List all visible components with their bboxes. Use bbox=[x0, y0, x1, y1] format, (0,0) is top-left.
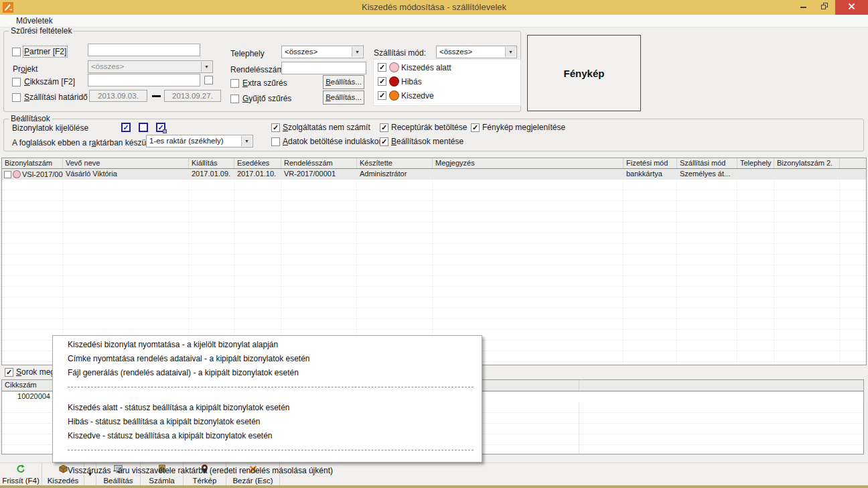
cikkszam-extra-checkbox[interactable] bbox=[204, 76, 213, 84]
column-header-telephely[interactable]: Telephely bbox=[737, 158, 774, 168]
select-all-checkbox-icon[interactable]: ✓ bbox=[121, 123, 131, 132]
status-kiszedve-color-dot bbox=[389, 90, 399, 101]
extra-beallitas-button[interactable]: Beállítás... bbox=[323, 75, 364, 89]
szallitasi-mod-value: <összes> bbox=[439, 48, 472, 56]
cikkszam-label[interactable]: Cikkszám [F2] bbox=[24, 77, 75, 86]
hatarido-from-input[interactable]: 2013.09.03. bbox=[89, 90, 147, 102]
row-cell-telephely bbox=[737, 169, 774, 180]
context-menu: Kiszedési bizonylat nyomtatása - a kijel… bbox=[52, 335, 482, 463]
cikkszam-input[interactable] bbox=[88, 74, 200, 86]
menu-item-cimke-nyomtatas[interactable]: Címke nyomtatása rendelés adataival - a … bbox=[53, 352, 482, 366]
raktar-select[interactable]: 1-es raktár (székhely) ▼ bbox=[146, 135, 253, 147]
documents-table-header: Bizonylatszám Vevő neve Kiállítás Esedék… bbox=[2, 158, 866, 169]
column-header-cikkszam[interactable]: Cikkszám bbox=[2, 380, 53, 391]
recepturak-label[interactable]: Receptúrák betöltése bbox=[391, 123, 467, 132]
row-status-dot bbox=[13, 170, 21, 178]
beallitasok-mentese-checkbox[interactable] bbox=[380, 137, 388, 146]
row-cell-kiallitas: 2017.01.09. bbox=[189, 169, 234, 180]
status-kiszedve-label: Kiszedve bbox=[401, 91, 434, 101]
table-row[interactable]: VSl-2017/00002 Vásárló Viktória 2017.01.… bbox=[2, 169, 866, 180]
extra-szures-label[interactable]: Extra szűrés bbox=[242, 78, 287, 88]
menu-item-kiszedesi-bizonylat[interactable]: Kiszedési bizonylat nyomtatása - a kijel… bbox=[53, 338, 482, 352]
beallitasok-mentese-label[interactable]: Beállítások mentése bbox=[391, 137, 463, 146]
status-hibas-color-dot bbox=[389, 76, 399, 86]
rendelesszam-label: Rendelésszám bbox=[230, 65, 283, 74]
partner-label[interactable]: Partner [F2] bbox=[24, 47, 66, 56]
column-header-megjegyzes[interactable]: Megjegyzés bbox=[433, 158, 624, 168]
column-header-bizonylatszam[interactable]: Bizonylatszám bbox=[2, 158, 63, 168]
column-header-keszitette[interactable]: Készítette bbox=[357, 158, 433, 168]
column-header-hidden-2 bbox=[579, 380, 863, 391]
chevron-down-icon: ▼ bbox=[241, 136, 252, 146]
row-cell-vevo: Vásárló Viktória bbox=[63, 169, 189, 180]
szolgaltatas-checkbox[interactable] bbox=[271, 123, 280, 132]
status-kiszedes-alatt-label: Kiszedés alatt bbox=[401, 63, 451, 72]
adatok-betoltese-label[interactable]: Adatok betöltése induláskor bbox=[283, 137, 381, 146]
hatarido-to-input[interactable]: 2013.09.27. bbox=[164, 90, 221, 102]
gyujto-beallitas-button[interactable]: Beállítás... bbox=[323, 90, 364, 105]
szallitasi-hatarido-label[interactable]: Szállítási határidő bbox=[24, 93, 88, 102]
minimize-button[interactable] bbox=[792, 0, 814, 15]
gyujto-szures-checkbox[interactable] bbox=[230, 95, 239, 103]
column-header-kiallitas[interactable]: Kiállítás bbox=[189, 158, 234, 168]
restore-button[interactable] bbox=[814, 0, 835, 15]
window-controls bbox=[792, 0, 868, 15]
column-header-fizetesi-mod[interactable]: Fizetési mód bbox=[624, 158, 677, 168]
column-header-vevo-neve[interactable]: Vevő neve bbox=[63, 158, 189, 168]
menu-item-kiszedes-alatt[interactable]: Kiszedés alatt - státusz beállítása a ki… bbox=[53, 401, 482, 415]
column-header-bizonylatszam-2[interactable]: Bizonylatszám 2. bbox=[774, 158, 840, 168]
projekt-value: <összes> bbox=[91, 62, 124, 70]
rendelesszam-input[interactable] bbox=[281, 62, 366, 74]
column-header-empty bbox=[840, 158, 866, 168]
szallitasi-hatarido-checkbox[interactable] bbox=[12, 93, 21, 102]
status-kiszedes-alatt-checkbox[interactable] bbox=[378, 63, 386, 72]
menu-item-visszaruzas[interactable]: Visszáruzás - áru visszavétele raktárba … bbox=[53, 464, 482, 478]
menu-muveletek[interactable]: Műveletek bbox=[16, 16, 53, 25]
deselect-all-checkbox-icon[interactable] bbox=[139, 123, 148, 132]
column-header-szallitasi-mod[interactable]: Szállítási mód bbox=[677, 158, 737, 168]
column-header-esedekes[interactable]: Esedékes bbox=[234, 158, 281, 168]
window-title: Kiszedés módosítása - szállítólevelek bbox=[0, 2, 868, 12]
telephely-select[interactable]: <összes> ▼ bbox=[281, 46, 364, 58]
fenykep-megjelenitese-checkbox[interactable] bbox=[471, 123, 480, 132]
partner-checkbox[interactable] bbox=[12, 48, 21, 56]
partner-input[interactable] bbox=[88, 44, 200, 56]
sorok-megjelenitese-checkbox[interactable] bbox=[5, 368, 13, 377]
status-kiszedve-checkbox[interactable] bbox=[378, 91, 386, 100]
invert-selection-checkbox-icon[interactable]: ✓ bbox=[156, 123, 165, 132]
date-range-dash bbox=[152, 95, 161, 97]
foglalasok-label: A foglalások ebben a raktárban készülnek… bbox=[12, 138, 163, 147]
column-header-rendelesszam[interactable]: Rendelésszám bbox=[281, 158, 357, 168]
status-filter-box: Kiszedés alatt Hibás Kiszedve bbox=[373, 59, 521, 106]
szolgaltatas-label[interactable]: Szolgáltatás nem számít bbox=[283, 123, 370, 132]
row-bizonylatszam: VSl-2017/00002 bbox=[22, 170, 63, 178]
row-cell-esedekes: 2017.01.10. bbox=[234, 169, 281, 180]
sorok-megjelenitese-label[interactable]: Sorok meg bbox=[16, 367, 55, 377]
extra-szures-checkbox[interactable] bbox=[230, 79, 239, 88]
status-kiszedes-alatt-color-dot bbox=[389, 62, 399, 72]
menu-item-fajl-generalas[interactable]: Fájl generálás (rendelés adataival) - a … bbox=[53, 366, 482, 380]
chevron-down-icon: ▼ bbox=[352, 47, 362, 57]
row-select-checkbox[interactable] bbox=[4, 171, 11, 178]
fenykep-megjelenitese-label[interactable]: Fénykép megjelenítése bbox=[482, 123, 565, 132]
szallitasi-mod-select[interactable]: <összes> ▼ bbox=[436, 46, 517, 58]
menu-separator bbox=[53, 387, 482, 401]
menu-item-kiszedve[interactable]: Kiszedve - státusz beállítása a kipipált… bbox=[53, 429, 482, 443]
bizonylatok-kijelolese-label: Bizonylatok kijelölése bbox=[12, 123, 88, 133]
row-cell-keszitette: Adminisztrátor bbox=[357, 169, 433, 180]
menu-bar: Műveletek bbox=[0, 15, 868, 27]
szallitasi-mod-label: Szállítási mód: bbox=[374, 48, 426, 58]
menu-item-hibas[interactable]: Hibás - státusz beállítása a kipipált bi… bbox=[53, 415, 482, 429]
gyujto-szures-label[interactable]: Gyűjtő szűrés bbox=[242, 94, 291, 103]
status-hibas-checkbox[interactable] bbox=[378, 77, 386, 86]
close-button[interactable] bbox=[835, 0, 868, 15]
recepturak-checkbox[interactable] bbox=[380, 123, 388, 132]
chevron-down-icon: ▼ bbox=[505, 47, 516, 57]
projekt-select[interactable]: <összes> ▼ bbox=[88, 60, 213, 73]
app-window: Kiszedés módosítása - szállítólevelek Mű… bbox=[0, 0, 868, 488]
adatok-betoltese-checkbox[interactable] bbox=[271, 137, 280, 146]
frissit-button[interactable]: Frissít (F4) bbox=[0, 463, 42, 485]
photo-placeholder: Fénykép bbox=[527, 35, 641, 111]
cikkszam-checkbox[interactable] bbox=[12, 78, 21, 86]
minimize-icon bbox=[800, 7, 806, 8]
